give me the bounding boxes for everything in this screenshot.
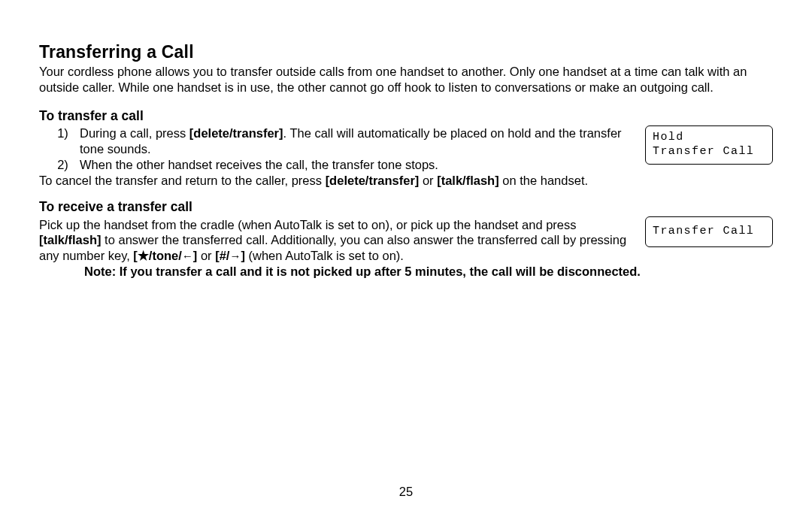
key-label: [talk/flash] — [437, 174, 499, 187]
key-label: [delete/transfer] — [326, 174, 420, 187]
intro-paragraph: Your cordless phone allows you to transf… — [39, 64, 773, 95]
step-item: When the other handset receives the call… — [75, 157, 635, 173]
cancel-instruction: To cancel the transfer and return to the… — [39, 173, 635, 189]
lcd-display-transfer: Transfer Call — [645, 216, 773, 247]
steps-list: During a call, press [delete/transfer]. … — [39, 125, 635, 172]
step-item: During a call, press [delete/transfer]. … — [75, 125, 635, 156]
section-heading: To receive a transfer call — [39, 199, 773, 215]
lcd-line: Transfer Call — [653, 225, 765, 239]
text: or — [419, 174, 437, 187]
lcd-line: Hold — [653, 131, 765, 145]
section-receive-transfer: To receive a transfer call Pick up the h… — [39, 199, 773, 280]
text: During a call, press — [80, 126, 189, 140]
key-label: [delete/transfer] — [189, 126, 283, 140]
text: Pick up the handset from the cradle (whe… — [39, 218, 577, 231]
key-label: [#/→] — [215, 249, 245, 262]
section-transfer-call: To transfer a call During a call, press … — [39, 108, 773, 189]
text: To cancel the transfer and return to the… — [39, 174, 326, 187]
text: (when AutoTalk is set to on). — [245, 249, 404, 262]
arrow-left-icon: ← — [182, 250, 193, 262]
arrow-right-icon: → — [229, 250, 241, 262]
lcd-display-hold: Hold Transfer Call — [645, 125, 773, 165]
receive-paragraph: Pick up the handset from the cradle (whe… — [39, 217, 635, 264]
text: or — [197, 249, 215, 262]
page-title: Transferring a Call — [39, 42, 773, 62]
key-label: [★/tone/←] — [133, 249, 197, 262]
text: on the handset. — [499, 174, 588, 187]
section-heading: To transfer a call — [39, 108, 773, 124]
lcd-line: Transfer Call — [653, 145, 765, 159]
note-text: Note: If you transfer a call and it is n… — [39, 264, 773, 280]
key-label: [talk/flash] — [39, 233, 102, 246]
page-number: 25 — [0, 485, 812, 499]
